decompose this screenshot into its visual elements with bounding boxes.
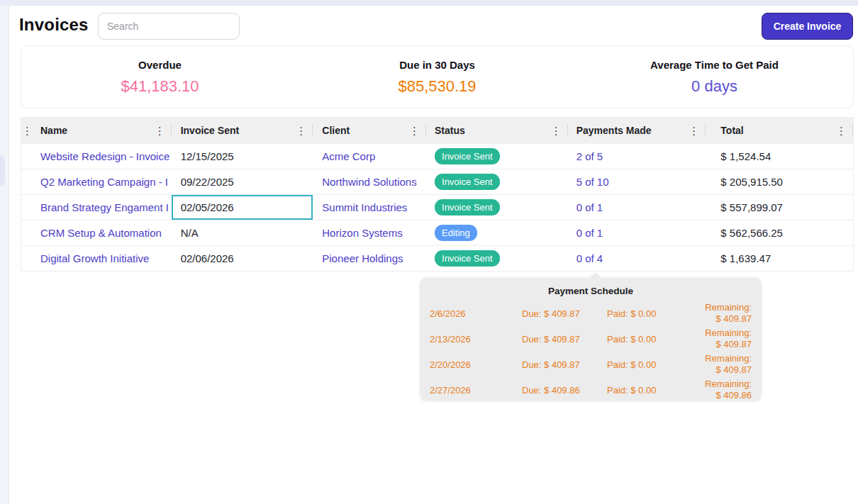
create-invoice-button[interactable]: Create Invoice xyxy=(762,13,853,40)
invoice-sent-cell[interactable]: 12/15/2025 xyxy=(172,144,313,169)
column-header-total-label: Total xyxy=(706,125,743,136)
kebab-menu-icon[interactable]: ⋮ xyxy=(403,125,426,136)
summary-card: Overdue $41,183.10 Due in 30 Days $85,53… xyxy=(21,45,854,108)
total-cell: $ 557,899.07 xyxy=(706,195,853,220)
schedule-due: Due: $ 409.87 xyxy=(522,308,607,319)
status-badge[interactable]: Invoice Sent xyxy=(435,250,500,267)
payments-made-cell[interactable]: 0 of 1 xyxy=(568,195,706,220)
schedule-remaining-value: $ 409.86 xyxy=(715,390,752,401)
schedule-remaining-value: $ 409.87 xyxy=(715,364,752,375)
total-cell: $ 205,915.50 xyxy=(706,169,853,194)
popup-rows: 2/6/2026 Due: $ 409.87 Paid: $ 0.00 Rema… xyxy=(420,301,761,403)
summary-due-label: Due in 30 Days xyxy=(299,59,576,71)
client-link[interactable]: Summit Industries xyxy=(313,195,426,220)
table-row: CRM Setup & Automation N/A Horizon Syste… xyxy=(21,220,853,246)
client-link[interactable]: Pioneer Holdings xyxy=(313,246,426,271)
summary-avg-value: 0 days xyxy=(576,77,853,96)
schedule-date: 2/20/2026 xyxy=(430,359,522,370)
schedule-remaining: Remaining: $ 409.86 xyxy=(705,379,752,402)
invoice-name-link[interactable]: Website Redesign - Invoice xyxy=(33,144,172,169)
drawer-handle[interactable] xyxy=(0,155,5,186)
column-header-status[interactable]: Status ⋮ xyxy=(426,117,568,144)
kebab-menu-icon[interactable]: ⋮ xyxy=(289,125,313,136)
summary-overdue-label: Overdue xyxy=(21,59,299,71)
client-link[interactable]: Northwind Solutions xyxy=(313,169,426,194)
table-row: Brand Strategy Engament I 02/05/2026 Sum… xyxy=(21,195,853,220)
kebab-menu-icon[interactable]: ⋮ xyxy=(682,125,706,136)
schedule-remaining: Remaining: $ 409.87 xyxy=(705,302,752,325)
summary-due-30-days: Due in 30 Days $85,530.19 xyxy=(299,59,576,96)
schedule-remaining-label: Remaining: xyxy=(705,302,752,313)
kebab-menu-icon[interactable]: ⋮ xyxy=(545,125,568,136)
schedule-row: 2/20/2026 Due: $ 409.87 Paid: $ 0.00 Rem… xyxy=(420,352,761,377)
client-link[interactable]: Horizon Systems xyxy=(313,220,426,245)
invoice-sent-cell[interactable]: 09/22/2025 xyxy=(172,169,313,194)
invoice-sent-cell[interactable]: 02/06/2026 xyxy=(172,246,313,271)
schedule-date: 2/6/2026 xyxy=(430,308,522,319)
popup-caret xyxy=(589,272,602,278)
column-header-client[interactable]: Client ⋮ xyxy=(313,117,426,144)
column-header-name[interactable]: Name ⋮ xyxy=(33,117,172,144)
invoice-name-link[interactable]: Digital Growth Initiative xyxy=(33,246,172,271)
schedule-remaining-label: Remaining: xyxy=(705,379,752,389)
column-header-invoice-sent-label: Invoice Sent xyxy=(172,125,239,136)
table-drag-handle[interactable]: ⋮ xyxy=(21,125,33,136)
status-badge[interactable]: Invoice Sent xyxy=(435,148,500,165)
schedule-paid: Paid: $ 0.00 xyxy=(607,334,705,345)
client-link[interactable]: Acme Corp xyxy=(313,144,426,169)
schedule-paid: Paid: $ 0.00 xyxy=(607,359,705,370)
total-cell: $ 1,524.54 xyxy=(706,144,853,169)
invoice-sent-cell[interactable]: N/A xyxy=(172,220,313,245)
summary-avg-time-paid: Average Time to Get Paid 0 days xyxy=(576,59,853,96)
column-header-invoice-sent[interactable]: Invoice Sent ⋮ xyxy=(172,117,313,144)
summary-overdue-value: $41,183.10 xyxy=(21,77,299,96)
column-header-total[interactable]: Total ⋮ xyxy=(706,117,853,144)
total-cell: $ 562,566.25 xyxy=(706,220,853,245)
invoice-sent-cell-selected[interactable]: 02/05/2026 xyxy=(172,195,313,220)
kebab-menu-icon[interactable]: ⋮ xyxy=(148,125,172,136)
status-badge[interactable]: Invoice Sent xyxy=(435,174,500,191)
status-badge[interactable]: Editing xyxy=(435,225,477,242)
table-header-row: ⋮ Name ⋮ Invoice Sent ⋮ Client ⋮ Status … xyxy=(21,117,853,144)
status-badge[interactable]: Invoice Sent xyxy=(435,199,500,216)
status-cell: Invoice Sent xyxy=(426,195,568,220)
column-header-payments-made-label: Payments Made xyxy=(568,125,652,136)
column-header-client-label: Client xyxy=(313,125,350,136)
page-title: Invoices xyxy=(19,15,89,35)
invoice-name-link[interactable]: Q2 Marketing Campaign - I xyxy=(33,169,172,194)
invoice-name-link[interactable]: Brand Strategy Engament I xyxy=(33,195,172,220)
main-panel: Invoices Create Invoice Overdue $41,183.… xyxy=(9,6,858,504)
invoice-name-link[interactable]: CRM Setup & Automation xyxy=(33,220,172,245)
schedule-remaining: Remaining: $ 409.87 xyxy=(705,327,752,351)
summary-due-value: $85,530.19 xyxy=(299,77,576,96)
schedule-row: 2/13/2026 Due: $ 409.87 Paid: $ 0.00 Rem… xyxy=(420,326,761,352)
search-input[interactable] xyxy=(98,13,240,40)
status-cell: Invoice Sent xyxy=(426,144,568,169)
table-row: Q2 Marketing Campaign - I 09/22/2025 Nor… xyxy=(21,169,853,195)
invoice-table: ⋮ Name ⋮ Invoice Sent ⋮ Client ⋮ Status … xyxy=(21,117,854,271)
payments-made-cell[interactable]: 0 of 1 xyxy=(568,220,706,245)
column-header-status-label: Status xyxy=(426,125,465,136)
schedule-date: 2/13/2026 xyxy=(430,334,522,345)
schedule-remaining: Remaining: $ 409.87 xyxy=(705,353,752,376)
payments-made-cell[interactable]: 5 of 10 xyxy=(568,169,706,194)
total-cell: $ 1,639.47 xyxy=(706,246,853,271)
payments-made-cell[interactable]: 2 of 5 xyxy=(568,144,706,169)
schedule-remaining-label: Remaining: xyxy=(705,327,752,338)
schedule-paid: Paid: $ 0.00 xyxy=(607,308,705,319)
status-cell: Invoice Sent xyxy=(426,246,568,271)
schedule-due: Due: $ 409.87 xyxy=(522,359,607,370)
schedule-date: 2/27/2026 xyxy=(430,385,522,396)
schedule-due: Due: $ 409.87 xyxy=(522,334,607,345)
table-row: Website Redesign - Invoice 12/15/2025 Ac… xyxy=(21,144,853,169)
payment-schedule-popup: Payment Schedule 2/6/2026 Due: $ 409.87 … xyxy=(420,278,761,400)
schedule-remaining-value: $ 409.87 xyxy=(715,313,752,324)
status-cell: Invoice Sent xyxy=(426,169,568,194)
kebab-menu-icon[interactable]: ⋮ xyxy=(830,125,853,136)
popup-title: Payment Schedule xyxy=(420,278,761,296)
schedule-row: 2/27/2026 Due: $ 409.86 Paid: $ 0.00 Rem… xyxy=(420,377,761,403)
schedule-due: Due: $ 409.86 xyxy=(522,385,607,396)
payments-made-cell[interactable]: 0 of 4 xyxy=(568,246,706,271)
status-cell: Editing xyxy=(426,220,568,245)
column-header-payments-made[interactable]: Payments Made ⋮ xyxy=(568,117,706,144)
